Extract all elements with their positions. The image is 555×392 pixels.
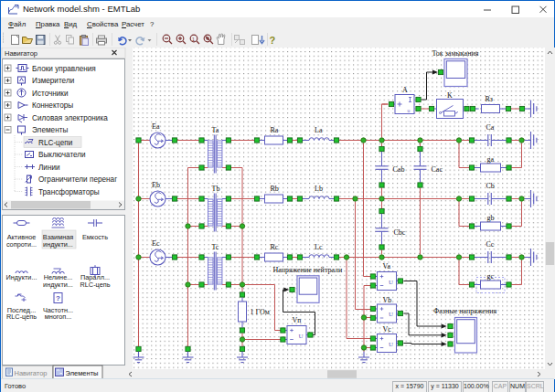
svg-text:Индукти...: Индукти... xyxy=(6,273,37,281)
svg-text:Ток замыкания: Ток замыкания xyxy=(432,49,479,58)
svg-text:индукти...: индукти... xyxy=(43,240,73,249)
svg-text:ga: ga xyxy=(487,155,495,164)
svg-text:Vc: Vc xyxy=(383,325,392,334)
svg-text:Cbc: Cbc xyxy=(394,228,406,237)
svg-text:многоп...: многоп... xyxy=(45,313,72,321)
svg-text:Напряжение нейтрали: Напряжение нейтрали xyxy=(273,266,344,274)
svg-text:?: ? xyxy=(270,35,276,46)
svg-text:?: ? xyxy=(56,294,60,302)
svg-text:Tc: Tc xyxy=(212,243,219,251)
svg-text:A: A xyxy=(402,86,408,94)
svg-text:RLC-цепь: RLC-цепь xyxy=(80,281,111,289)
svg-text:Ta: Ta xyxy=(212,126,219,134)
svg-text:Cab: Cab xyxy=(393,165,405,174)
svg-text:Навигатор: Навигатор xyxy=(15,369,48,377)
svg-text:La: La xyxy=(315,126,323,134)
svg-text:Tb: Tb xyxy=(212,185,220,193)
svg-text:индукти...: индукти... xyxy=(43,281,73,289)
svg-text:Ca: Ca xyxy=(486,123,495,132)
svg-text:Элементы: Элементы xyxy=(66,369,99,377)
svg-text:Измерители: Измерители xyxy=(32,77,74,85)
svg-text:u: u xyxy=(408,108,411,113)
svg-text:Силовая электроника: Силовая электроника xyxy=(32,114,108,122)
svg-text:Cb: Cb xyxy=(486,182,495,190)
svg-text:Va: Va xyxy=(383,262,391,270)
svg-text:Навигатор: Навигатор xyxy=(5,49,37,58)
svg-text:Cac: Cac xyxy=(432,165,443,174)
svg-text:Источники: Источники xyxy=(32,90,69,98)
svg-text:Линии: Линии xyxy=(38,164,60,172)
svg-text:K: K xyxy=(447,91,453,100)
svg-text:Lb: Lb xyxy=(315,185,323,193)
svg-text:Ec: Ec xyxy=(152,239,160,248)
svg-text:Фазные напряжения: Фазные напряжения xyxy=(433,307,496,315)
svg-text:Трансформаторы: Трансформаторы xyxy=(38,188,100,196)
svg-text:Емкость: Емкость xyxy=(82,233,108,241)
svg-text:Выключатели: Выключатели xyxy=(38,151,86,159)
svg-text:Lc: Lc xyxy=(315,243,323,251)
svg-text:gb: gb xyxy=(487,214,495,222)
svg-text:RLC-цепи: RLC-цепи xyxy=(38,139,72,147)
svg-text:Ea: Ea xyxy=(152,122,160,131)
svg-text:Ограничители перенаг: Ограничители перенаг xyxy=(38,175,117,184)
svg-text:gc: gc xyxy=(487,272,495,281)
svg-text:Коннекторы: Коннекторы xyxy=(32,101,73,110)
svg-text:RLC-цепь: RLC-цепь xyxy=(6,313,37,321)
svg-text:1 ГОм: 1 ГОм xyxy=(251,308,270,316)
svg-text:Элементы: Элементы xyxy=(32,126,68,134)
svg-text:Vb: Vb xyxy=(383,296,392,304)
svg-text:Rc: Rc xyxy=(271,243,279,251)
svg-text:Eb: Eb xyxy=(152,181,160,189)
svg-text:Cc: Cc xyxy=(486,240,495,249)
svg-text:1: 1 xyxy=(192,37,195,42)
svg-text:Rз: Rз xyxy=(486,95,494,103)
svg-text:Блоки управления: Блоки управления xyxy=(32,65,96,73)
svg-text:Vn: Vn xyxy=(293,316,302,324)
svg-text:сопроти...: сопроти... xyxy=(6,240,37,249)
svg-text:Rb: Rb xyxy=(271,185,279,193)
svg-text:Ra: Ra xyxy=(271,126,279,134)
